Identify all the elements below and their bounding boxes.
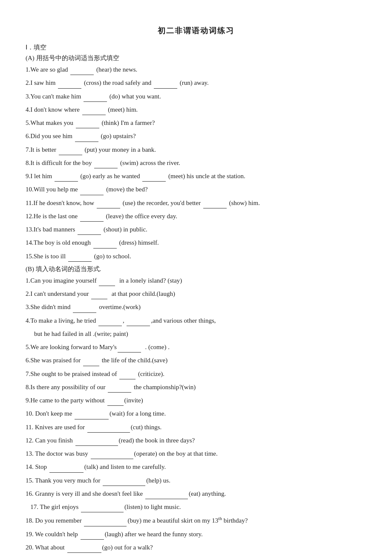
sectionB-line-5: 5.We are looking forward to Mary's . (co… [26, 341, 366, 353]
sectionB-line-7: 7.She ought to be praised instead of (cr… [26, 368, 366, 379]
sectionA-heading: (A) 用括号中的动词适当形式填空 [26, 54, 366, 62]
section1-heading: Ⅰ．填空 [26, 43, 366, 52]
sectionA-line-13: 13.It's bad manners (shout) in public. [26, 224, 366, 235]
sectionA-line-4: 4.I don't know where (meet) him. [26, 104, 366, 115]
sectionA-line-14: 14.The boy is old enough (dress) himself… [26, 237, 366, 248]
sectionB-heading: (B) 填入动名词的适当形式. [26, 265, 366, 273]
sectionA-line-5: 5.What makes you (think) I'm a farmer? [26, 117, 366, 128]
sectionA-line-15: 15.She is too ill (go) to school. [26, 251, 366, 262]
sectionB-line-6: 6.She was praised for the life of the ch… [26, 355, 366, 366]
sectionB-line-16: 16. Granny is very ill and she doesn't f… [26, 488, 366, 499]
sectionB-line-11: 11. Knives are used for (cut) things. [26, 422, 366, 433]
sectionA-line-3: 3.You can't make him (do) what you want. [26, 91, 366, 102]
sectionA-line-9: 9.I let him (go) early as he wanted (mee… [26, 171, 366, 182]
sectionA-line-2: 2.I saw him (cross) the road safely and … [26, 77, 366, 88]
sectionB-line-19: 19. We couldn't help (laugh) after we he… [26, 529, 366, 540]
sectionB-line-12: 12. Can you finish (read) the book in th… [26, 435, 366, 446]
sectionB-line-2: 2.I can't understand your at that poor c… [26, 288, 366, 299]
sectionB-line-14: 14. Stop (talk) and listen to me careful… [26, 461, 366, 472]
sectionB-line-1: 1.Can you imagine yourself in a lonely i… [26, 275, 366, 286]
sectionB-line-4: 4.To make a living, he tried , ,and vari… [26, 315, 366, 326]
sectionA-line-6: 6.Did you see him (go) upstairs? [26, 130, 366, 142]
sectionB-line-18: 18. Do you remember (buy) me a beautiful… [26, 515, 366, 526]
sectionB-line-10: 10. Don't keep me (wait) for a long time… [26, 408, 366, 419]
sectionB-line-15: 15. Thank you very much for (help) us. [26, 475, 366, 486]
sectionA-line-7: 7.It is better (put) your money in a ban… [26, 144, 366, 155]
sectionB-line-17: 17. The girl enjoys (listen) to light mu… [26, 501, 366, 512]
page-title: 初二非谓语动词练习 [26, 26, 366, 36]
sectionB-line-9: 9.He came to the party without (invite) [26, 395, 366, 406]
sectionB-line-13: 13. The doctor was busy (operate) on the… [26, 448, 366, 459]
sectionA-line-11: 11.If he doesn't know, how (use) the rec… [26, 197, 366, 208]
sectionB-line-8: 8.Is there any possibility of our the ch… [26, 382, 366, 393]
sectionA-line-8: 8.It is difficult for the boy (swim) acr… [26, 157, 366, 168]
sectionB-line-20: 20. What about (go) out for a walk? [26, 542, 366, 553]
sectionA-line-10: 10.Will you help me (move) the bed? [26, 184, 366, 195]
sectionA-line-1: 1.We are so glad (hear) the news. [26, 64, 366, 75]
sectionA-line-12: 12.He is the last one (leave) the office… [26, 211, 366, 222]
sectionB-line-3: 3.She didn't mind overtime.(work) [26, 301, 366, 312]
sectionB-line-4b: but he had failed in all .(write; paint) [26, 328, 366, 339]
